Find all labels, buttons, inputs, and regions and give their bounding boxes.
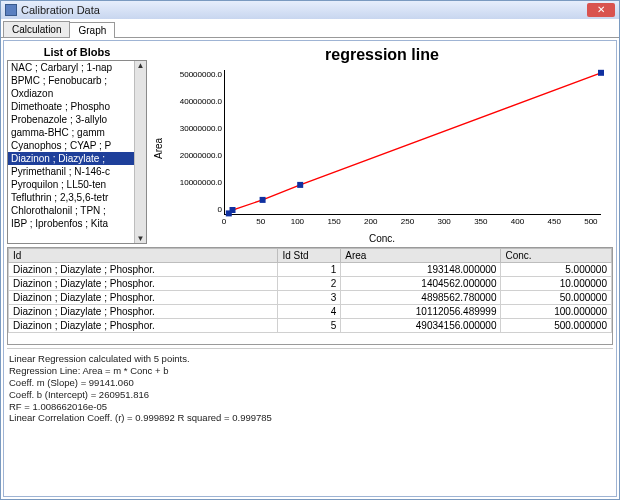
y-tick-label: 0 xyxy=(168,205,222,215)
table-body: Diazinon ; Diazylate ; Phosphor.1193148.… xyxy=(9,263,612,333)
table-header[interactable]: Id Std xyxy=(278,249,341,263)
table-header[interactable]: Conc. xyxy=(501,249,612,263)
list-item[interactable]: gamma-BHC ; gamm xyxy=(8,126,134,139)
x-tick-label: 500 xyxy=(581,217,601,231)
chart-ylabel: Area xyxy=(151,64,166,233)
list-item[interactable]: Pyrimethanil ; N-146-c xyxy=(8,165,134,178)
list-item[interactable]: Pyroquilon ; LL50-ten xyxy=(8,178,134,191)
table-cell: Diazinon ; Diazylate ; Phosphor. xyxy=(9,319,278,333)
data-table-wrap: IdId StdAreaConc. Diazinon ; Diazylate ;… xyxy=(7,247,613,345)
list-item[interactable]: Chlorothalonil ; TPN ; xyxy=(8,204,134,217)
tab-graph[interactable]: Graph xyxy=(69,22,115,38)
table-cell: 3 xyxy=(278,291,341,305)
info-line: Coeff. b (Intercept) = 260951.816 xyxy=(9,389,611,401)
info-line: Linear Correlation Coeff. (r) = 0.999892… xyxy=(9,412,611,424)
info-line: Linear Regression calculated with 5 poin… xyxy=(9,353,611,365)
x-tick-label: 450 xyxy=(544,217,564,231)
y-tick-label: 40000000.0 xyxy=(168,97,222,107)
chart-title: regression line xyxy=(325,44,439,64)
table-row[interactable]: Diazinon ; Diazylate ; Phosphor.41011205… xyxy=(9,305,612,319)
x-tick-label: 250 xyxy=(397,217,417,231)
chart-xlabel: Conc. xyxy=(369,233,395,244)
table-cell: 193148.000000 xyxy=(341,263,501,277)
table-row[interactable]: Diazinon ; Diazylate ; Phosphor.21404562… xyxy=(9,277,612,291)
titlebar: Calibration Data ✕ xyxy=(1,1,619,19)
list-item[interactable]: Tefluthrin ; 2,3,5,6-tetr xyxy=(8,191,134,204)
y-axis-ticks: 50000000.040000000.030000000.020000000.0… xyxy=(168,70,222,215)
scroll-down-icon[interactable]: ▼ xyxy=(137,234,145,243)
y-tick-label: 30000000.0 xyxy=(168,124,222,134)
blobs-panel: List of Blobs NAC ; Carbaryl ; 1-napBPMC… xyxy=(7,44,147,244)
tab-strip: Calculation Graph xyxy=(1,21,619,38)
tab-calculation[interactable]: Calculation xyxy=(3,21,70,37)
list-item[interactable]: IBP ; Iprobenfos ; Kita xyxy=(8,217,134,230)
blobs-items: NAC ; Carbaryl ; 1-napBPMC ; Fenobucarb … xyxy=(8,61,134,243)
table-cell: 49034156.000000 xyxy=(341,319,501,333)
regression-line xyxy=(229,73,601,214)
y-tick-label: 50000000.0 xyxy=(168,70,222,80)
data-point xyxy=(230,207,236,213)
data-point xyxy=(260,197,266,203)
chart-series xyxy=(225,70,601,214)
info-line: Coeff. m (Slope) = 99141.060 xyxy=(9,377,611,389)
blobs-list[interactable]: NAC ; Carbaryl ; 1-napBPMC ; Fenobucarb … xyxy=(7,60,147,244)
info-line: Regression Line: Area = m * Conc + b xyxy=(9,365,611,377)
table-header[interactable]: Id xyxy=(9,249,278,263)
regression-info: Linear Regression calculated with 5 poin… xyxy=(7,348,613,493)
plot-area xyxy=(224,70,601,215)
table-header-row: IdId StdAreaConc. xyxy=(9,249,612,263)
table-row[interactable]: Diazinon ; Diazylate ; Phosphor.34898562… xyxy=(9,291,612,305)
body: List of Blobs NAC ; Carbaryl ; 1-napBPMC… xyxy=(3,40,617,497)
x-tick-label: 0 xyxy=(214,217,234,231)
chart-panel: regression line Area 50000000.040000000.… xyxy=(151,44,613,244)
table-cell: Diazinon ; Diazylate ; Phosphor. xyxy=(9,277,278,291)
table-cell: 10.000000 xyxy=(501,277,612,291)
table-cell: 5 xyxy=(278,319,341,333)
table-cell: 500.000000 xyxy=(501,319,612,333)
table-cell: 4 xyxy=(278,305,341,319)
x-tick-label: 50 xyxy=(251,217,271,231)
table-cell: Diazinon ; Diazylate ; Phosphor. xyxy=(9,305,278,319)
x-tick-label: 150 xyxy=(324,217,344,231)
table-cell: 1 xyxy=(278,263,341,277)
data-point xyxy=(598,70,604,76)
table-cell: 100.000000 xyxy=(501,305,612,319)
list-item[interactable]: BPMC ; Fenobucarb ; xyxy=(8,74,134,87)
window: Calibration Data ✕ Calculation Graph Lis… xyxy=(0,0,620,500)
table-cell: 10112056.489999 xyxy=(341,305,501,319)
blobs-scrollbar[interactable]: ▲ ▼ xyxy=(134,61,146,243)
x-axis-ticks: 050100150200250300350400450500 xyxy=(224,217,601,231)
table-cell: 50.000000 xyxy=(501,291,612,305)
chart-plot: 50000000.040000000.030000000.020000000.0… xyxy=(168,70,605,231)
x-tick-label: 100 xyxy=(287,217,307,231)
table-cell: Diazinon ; Diazylate ; Phosphor. xyxy=(9,291,278,305)
data-point xyxy=(297,182,303,188)
list-item[interactable]: Cyanophos ; CYAP ; P xyxy=(8,139,134,152)
table-cell: 4898562.780000 xyxy=(341,291,501,305)
table-row[interactable]: Diazinon ; Diazylate ; Phosphor.54903415… xyxy=(9,319,612,333)
list-item[interactable]: NAC ; Carbaryl ; 1-nap xyxy=(8,61,134,74)
x-tick-label: 400 xyxy=(508,217,528,231)
list-item[interactable]: Oxdiazon xyxy=(8,87,134,100)
table-cell: 1404562.000000 xyxy=(341,277,501,291)
app-icon xyxy=(5,4,17,16)
y-tick-label: 20000000.0 xyxy=(168,151,222,161)
close-button[interactable]: ✕ xyxy=(587,3,615,17)
x-tick-label: 350 xyxy=(471,217,491,231)
table-row[interactable]: Diazinon ; Diazylate ; Phosphor.1193148.… xyxy=(9,263,612,277)
close-icon: ✕ xyxy=(597,5,605,15)
table-cell: Diazinon ; Diazylate ; Phosphor. xyxy=(9,263,278,277)
scroll-up-icon[interactable]: ▲ xyxy=(137,61,145,70)
list-item[interactable]: Dimethoate ; Phospho xyxy=(8,100,134,113)
x-tick-label: 300 xyxy=(434,217,454,231)
data-table: IdId StdAreaConc. Diazinon ; Diazylate ;… xyxy=(8,248,612,333)
table-cell: 2 xyxy=(278,277,341,291)
info-line: RF = 1.008662016e-05 xyxy=(9,401,611,413)
list-item[interactable]: Probenazole ; 3-allylo xyxy=(8,113,134,126)
blobs-title: List of Blobs xyxy=(7,44,147,60)
list-item[interactable]: Diazinon ; Diazylate ; xyxy=(8,152,134,165)
table-cell: 5.000000 xyxy=(501,263,612,277)
table-header[interactable]: Area xyxy=(341,249,501,263)
x-tick-label: 200 xyxy=(361,217,381,231)
window-title: Calibration Data xyxy=(21,4,100,16)
